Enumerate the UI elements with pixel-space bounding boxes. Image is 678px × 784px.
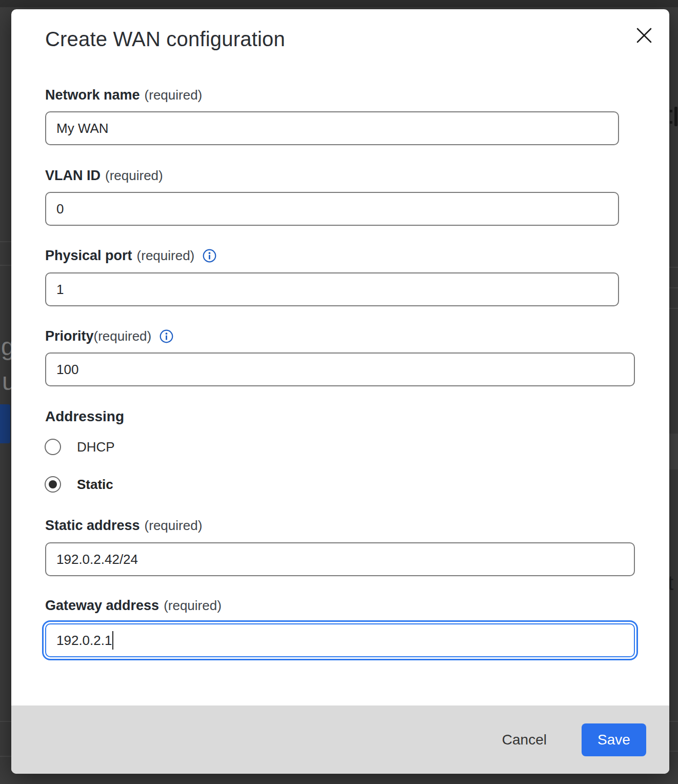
label-text: VLAN ID: [45, 168, 101, 184]
required-hint: (required): [137, 248, 195, 264]
info-icon[interactable]: [203, 249, 216, 263]
addressing-heading: Addressing: [45, 408, 124, 425]
close-icon: [635, 26, 653, 45]
priority-label: Priority (required): [45, 328, 173, 344]
physical-port-label: Physical port (required): [45, 248, 216, 264]
label-text: Static address: [45, 518, 140, 534]
save-button[interactable]: Save: [582, 723, 646, 756]
background-bar: [674, 107, 677, 126]
physical-port-input[interactable]: [45, 272, 619, 306]
priority-input[interactable]: [45, 352, 635, 386]
background-table-line: [0, 756, 12, 757]
info-icon[interactable]: [159, 329, 173, 343]
vlan-id-input[interactable]: [45, 192, 619, 226]
required-hint: (required): [94, 328, 152, 344]
label-text: Network name: [45, 87, 140, 103]
label-text: Gateway address: [45, 598, 159, 614]
gateway-address-input[interactable]: [45, 623, 635, 657]
radio-option-static[interactable]: Static: [45, 476, 113, 493]
network-name-label: Network name (required): [45, 87, 202, 103]
required-hint: (required): [105, 168, 163, 184]
background-table-line: [0, 241, 12, 242]
network-name-input[interactable]: [45, 111, 619, 145]
required-hint: (required): [145, 87, 203, 103]
background-clipped-button: [0, 404, 10, 443]
required-hint: (required): [164, 598, 222, 614]
create-wan-configuration-dialog: Create WAN configuration Network name (r…: [11, 9, 669, 774]
radio-label: DHCP: [77, 439, 115, 455]
background-table-line: [0, 265, 12, 266]
dialog-footer: Cancel Save: [11, 705, 669, 774]
text-caret: [112, 631, 113, 650]
vlan-id-label: VLAN ID (required): [45, 168, 163, 184]
label-text: Priority: [45, 328, 94, 344]
radio-option-dhcp[interactable]: DHCP: [45, 439, 115, 455]
static-address-label: Static address (required): [45, 518, 202, 534]
close-button[interactable]: [632, 23, 656, 48]
cancel-button[interactable]: Cancel: [499, 727, 550, 753]
background-dot: [670, 121, 672, 124]
background-dot: [670, 110, 672, 112]
radio-unselected-icon[interactable]: [45, 439, 61, 455]
static-address-input[interactable]: [45, 542, 635, 576]
radio-label: Static: [77, 477, 113, 493]
gateway-address-label: Gateway address (required): [45, 598, 222, 614]
required-hint: (required): [145, 518, 203, 534]
dialog-title: Create WAN configuration: [45, 28, 285, 51]
background-table-line: [0, 721, 12, 722]
radio-selected-icon[interactable]: [45, 476, 61, 493]
background-top-strip: [0, 0, 678, 7]
label-text: Physical port: [45, 248, 132, 264]
